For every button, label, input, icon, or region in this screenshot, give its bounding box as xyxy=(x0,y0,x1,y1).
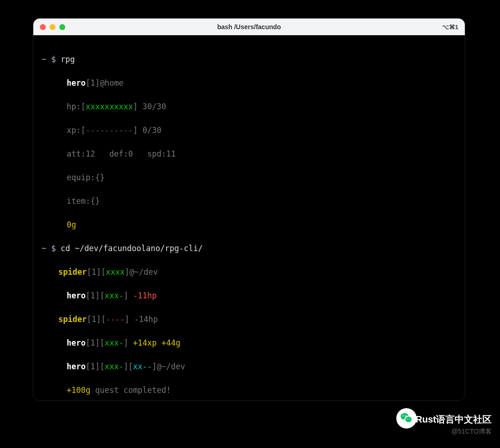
window-shortcut: ⌥⌘1 xyxy=(442,24,458,31)
watermark-sub: @51CTO博客 xyxy=(451,428,492,436)
wechat-logo-icon xyxy=(396,408,417,429)
hero-name: hero xyxy=(67,78,86,88)
close-icon[interactable] xyxy=(40,24,46,30)
watermark-text: Rust语言中文社区 xyxy=(416,413,492,426)
prompt: ~ $ xyxy=(42,55,61,64)
terminal-window: bash /Users/facundo ⌥⌘1 ~ $ rpg hero[1]@… xyxy=(33,19,465,400)
terminal-body[interactable]: ~ $ rpg hero[1]@home hp:[xxxxxxxxxx] 30/… xyxy=(33,35,465,400)
titlebar: bash /Users/facundo ⌥⌘1 xyxy=(33,19,465,35)
window-title: bash /Users/facundo xyxy=(33,23,465,31)
cmd: rpg xyxy=(61,55,75,64)
stats-line: att:12 def:0 spd:11 xyxy=(67,149,175,158)
xp-bar: ---------- xyxy=(86,126,133,135)
gold: 0g xyxy=(67,220,76,229)
maximize-icon[interactable] xyxy=(59,24,65,30)
minimize-icon[interactable] xyxy=(50,24,56,30)
hp-bar: xxxxxxxxxx xyxy=(86,102,133,111)
